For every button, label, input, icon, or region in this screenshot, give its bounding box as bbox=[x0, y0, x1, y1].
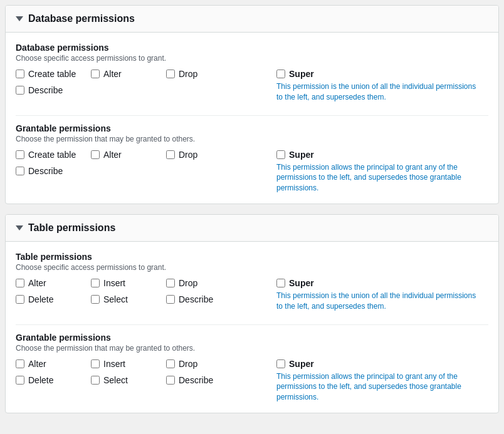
tbl-grant-describe-item[interactable]: Describe bbox=[166, 375, 241, 385]
tbl-grant-alter-label: Alter bbox=[28, 359, 46, 369]
tbl-delete-checkbox[interactable] bbox=[16, 295, 24, 304]
db-grantable-row1: Create table Alter Drop bbox=[16, 150, 266, 162]
tbl-super-item[interactable]: Super bbox=[276, 278, 488, 288]
db-grant-drop-checkbox[interactable] bbox=[166, 150, 175, 159]
db-grant-create-table-item[interactable]: Create table bbox=[16, 150, 91, 160]
db-super-checkbox[interactable] bbox=[276, 70, 285, 78]
tbl-describe-checkbox[interactable] bbox=[166, 295, 175, 304]
tbl-select-item[interactable]: Select bbox=[91, 294, 166, 304]
db-grant-drop-label: Drop bbox=[179, 150, 197, 160]
tbl-grant-insert-label: Insert bbox=[103, 359, 125, 369]
db-permissions-row1: Create table Alter Drop bbox=[16, 69, 266, 81]
tbl-alter-label: Alter bbox=[28, 278, 46, 288]
tbl-grant-insert-item[interactable]: Insert bbox=[91, 359, 166, 369]
db-grant-super-label: Super bbox=[289, 150, 314, 160]
tbl-grant-delete-label: Delete bbox=[28, 375, 53, 385]
db-grant-describe-item[interactable]: Describe bbox=[16, 166, 91, 176]
tbl-select-checkbox[interactable] bbox=[91, 295, 100, 304]
db-create-table-checkbox[interactable] bbox=[16, 70, 24, 78]
table-permissions-title: Table permissions bbox=[28, 222, 115, 234]
tbl-grant-select-item[interactable]: Select bbox=[91, 375, 166, 385]
tbl-delete-item[interactable]: Delete bbox=[16, 294, 91, 304]
db-grantable-group-subtitle: Choose the permission that may be grante… bbox=[16, 135, 488, 143]
tbl-inner-divider bbox=[16, 324, 488, 325]
db-create-table-label: Create table bbox=[28, 69, 76, 79]
tbl-alter-checkbox[interactable] bbox=[16, 279, 24, 287]
db-grantable-group-title: Grantable permissions bbox=[16, 123, 488, 133]
db-super-description: This permission is the union of all the … bbox=[276, 81, 477, 103]
db-grant-super-description: This permission allows the principal to … bbox=[276, 162, 477, 194]
tbl-grant-delete-item[interactable]: Delete bbox=[16, 375, 91, 385]
tbl-permissions-row: Alter Insert Drop bbox=[16, 278, 488, 312]
tbl-insert-item[interactable]: Insert bbox=[91, 278, 166, 288]
db-permissions-right: Super This permission is the union of al… bbox=[266, 69, 488, 103]
db-create-table-item[interactable]: Create table bbox=[16, 69, 91, 79]
db-grant-super-item[interactable]: Super bbox=[276, 150, 488, 160]
db-drop-item[interactable]: Drop bbox=[166, 69, 241, 79]
db-drop-checkbox[interactable] bbox=[166, 70, 175, 78]
tbl-grantable-left: Alter Insert Drop bbox=[16, 359, 266, 388]
db-describe-label: Describe bbox=[28, 85, 63, 95]
tbl-grantable-group-subtitle: Choose the permission that may be grante… bbox=[16, 344, 488, 353]
db-grant-alter-item[interactable]: Alter bbox=[91, 150, 166, 160]
db-super-item[interactable]: Super bbox=[276, 69, 488, 79]
tbl-grant-drop-checkbox[interactable] bbox=[166, 359, 175, 368]
tbl-permissions-row2: Delete Select Describe bbox=[16, 294, 266, 307]
db-grant-describe-label: Describe bbox=[28, 166, 63, 176]
tbl-grant-alter-item[interactable]: Alter bbox=[16, 359, 91, 369]
database-permissions-body: Database permissions Choose specific acc… bbox=[6, 33, 498, 204]
tbl-delete-label: Delete bbox=[28, 294, 53, 304]
tbl-super-description: This permission is the union of all the … bbox=[276, 291, 477, 312]
db-grant-super-section: Super This permission allows the princip… bbox=[276, 150, 488, 194]
tbl-grant-super-section: Super This permission allows the princip… bbox=[276, 359, 488, 403]
db-permissions-group: Database permissions Choose specific acc… bbox=[16, 43, 488, 103]
db-permissions-left: Create table Alter Drop bbox=[16, 69, 266, 98]
database-permissions-section: Database permissions Database permission… bbox=[5, 5, 499, 204]
tbl-grant-insert-checkbox[interactable] bbox=[91, 359, 100, 368]
db-inner-divider bbox=[16, 115, 488, 116]
tbl-grant-select-checkbox[interactable] bbox=[91, 376, 100, 385]
tbl-alter-item[interactable]: Alter bbox=[16, 278, 91, 288]
tbl-grant-super-item[interactable]: Super bbox=[276, 359, 488, 369]
db-permissions-row: Create table Alter Drop bbox=[16, 69, 488, 103]
db-grant-alter-label: Alter bbox=[103, 150, 122, 160]
tbl-grant-drop-item[interactable]: Drop bbox=[166, 359, 241, 369]
tbl-drop-checkbox[interactable] bbox=[166, 279, 175, 287]
db-grant-create-table-label: Create table bbox=[28, 150, 76, 160]
db-grant-create-table-checkbox[interactable] bbox=[16, 150, 24, 159]
db-permissions-row2: Describe bbox=[16, 85, 266, 98]
db-alter-checkbox[interactable] bbox=[91, 70, 100, 78]
tbl-describe-item[interactable]: Describe bbox=[166, 294, 241, 304]
tbl-grant-super-label: Super bbox=[289, 359, 314, 369]
db-alter-item[interactable]: Alter bbox=[91, 69, 166, 79]
tbl-grant-alter-checkbox[interactable] bbox=[16, 359, 24, 368]
tbl-grant-super-checkbox[interactable] bbox=[276, 359, 285, 368]
tbl-permissions-left: Alter Insert Drop bbox=[16, 278, 266, 307]
db-grant-drop-item[interactable]: Drop bbox=[166, 150, 241, 160]
db-grant-describe-checkbox[interactable] bbox=[16, 167, 24, 175]
db-grant-alter-checkbox[interactable] bbox=[91, 150, 100, 159]
tbl-grantable-group-title: Grantable permissions bbox=[16, 333, 488, 343]
database-permissions-header: Database permissions bbox=[6, 6, 498, 33]
tbl-grantable-row1: Alter Insert Drop bbox=[16, 359, 266, 371]
tbl-select-label: Select bbox=[103, 294, 128, 304]
tbl-permissions-group-subtitle: Choose specific access permissions to gr… bbox=[16, 263, 488, 272]
db-grantable-left: Create table Alter Drop bbox=[16, 150, 266, 178]
table-permissions-header: Table permissions bbox=[6, 215, 498, 242]
db-super-section: Super This permission is the union of al… bbox=[276, 69, 488, 103]
tbl-grant-drop-label: Drop bbox=[179, 359, 197, 369]
database-permissions-title: Database permissions bbox=[28, 13, 135, 24]
db-grantable-group: Grantable permissions Choose the permiss… bbox=[16, 123, 488, 194]
tbl-super-checkbox[interactable] bbox=[276, 279, 285, 287]
tbl-drop-item[interactable]: Drop bbox=[166, 278, 241, 288]
db-grant-super-checkbox[interactable] bbox=[276, 150, 285, 159]
db-permissions-group-title: Database permissions bbox=[16, 43, 488, 53]
tbl-grant-delete-checkbox[interactable] bbox=[16, 376, 24, 385]
table-permissions-section: Table permissions Table permissions Choo… bbox=[5, 214, 499, 413]
tbl-super-section: Super This permission is the union of al… bbox=[276, 278, 488, 312]
tbl-insert-checkbox[interactable] bbox=[91, 279, 100, 287]
db-describe-item[interactable]: Describe bbox=[16, 85, 91, 95]
tbl-grant-describe-checkbox[interactable] bbox=[166, 376, 175, 385]
db-describe-checkbox[interactable] bbox=[16, 86, 24, 95]
tbl-grantable-right: Super This permission allows the princip… bbox=[266, 359, 488, 403]
